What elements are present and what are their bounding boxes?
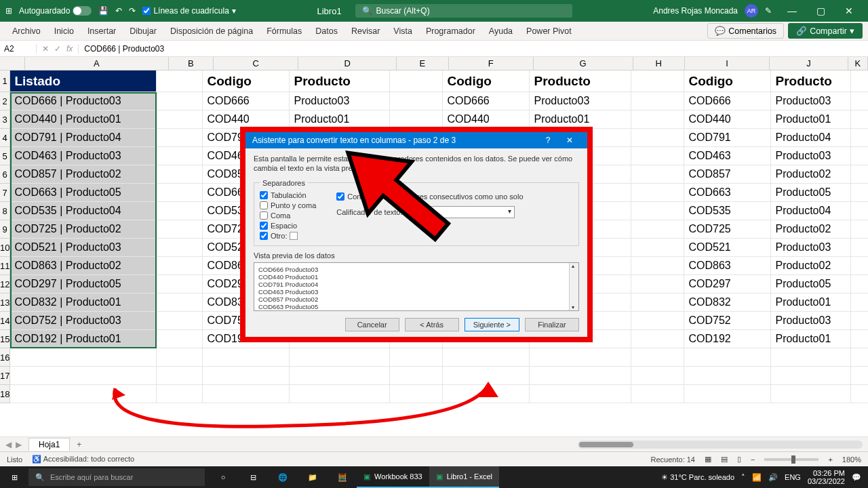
cell[interactable]: COD857 | Producto02 xyxy=(10,165,157,184)
cell[interactable]: COD725 xyxy=(684,220,771,239)
cell[interactable] xyxy=(157,239,203,257)
cell[interactable] xyxy=(390,385,443,403)
cell[interactable]: Producto xyxy=(290,70,390,92)
cell[interactable] xyxy=(631,312,684,330)
col-header[interactable]: E xyxy=(397,57,448,70)
cell[interactable] xyxy=(631,330,684,348)
cell[interactable]: COD440 xyxy=(443,110,530,129)
cell[interactable] xyxy=(631,367,684,385)
cell[interactable]: Listado xyxy=(10,70,157,92)
cell[interactable] xyxy=(631,110,684,129)
document-name[interactable]: Libro1 xyxy=(317,6,341,16)
cell[interactable] xyxy=(203,385,290,403)
cell[interactable] xyxy=(390,348,443,367)
cell[interactable] xyxy=(10,385,157,403)
cell[interactable]: Producto01 xyxy=(771,330,851,348)
row-header[interactable]: 13 xyxy=(0,293,10,312)
explorer-icon[interactable]: 📁 xyxy=(298,466,327,488)
col-header[interactable]: K xyxy=(848,57,868,70)
cell[interactable] xyxy=(157,257,203,275)
edge-icon[interactable]: 🌐 xyxy=(269,466,297,488)
cell[interactable] xyxy=(851,293,868,312)
cell[interactable] xyxy=(157,275,203,293)
row-header[interactable]: 14 xyxy=(0,312,10,330)
cell[interactable] xyxy=(157,330,203,348)
cell[interactable] xyxy=(530,348,631,367)
cell[interactable] xyxy=(390,92,443,110)
row-header[interactable]: 6 xyxy=(0,165,10,184)
notifications-icon[interactable]: 💬 xyxy=(852,473,861,482)
cell[interactable] xyxy=(157,92,203,110)
sep-other-input[interactable] xyxy=(290,232,298,240)
cell[interactable]: Producto01 xyxy=(771,293,851,312)
language-indicator[interactable]: ENG xyxy=(785,473,801,481)
search-box[interactable]: 🔍 Buscar (Alt+Q) xyxy=(355,4,572,18)
cell[interactable] xyxy=(157,385,203,403)
close-button[interactable]: ✕ xyxy=(835,3,863,19)
cell[interactable]: COD791 xyxy=(684,129,771,147)
cell[interactable]: COD752 | Producto03 xyxy=(10,312,157,330)
col-header[interactable]: H xyxy=(633,57,685,70)
cell[interactable]: Producto03 xyxy=(290,92,390,110)
cell[interactable]: Producto xyxy=(771,70,851,92)
tray-chevron-icon[interactable]: ˄ xyxy=(741,473,745,482)
cell[interactable]: Producto03 xyxy=(771,92,851,110)
cell[interactable] xyxy=(684,348,771,367)
cell[interactable] xyxy=(157,202,203,220)
row-header[interactable]: 18 xyxy=(0,385,10,403)
cell[interactable]: COD663 xyxy=(684,184,771,202)
cell[interactable] xyxy=(157,348,203,367)
cell[interactable]: Producto03 xyxy=(771,239,851,257)
cell[interactable]: COD440 xyxy=(203,110,290,129)
cell[interactable] xyxy=(10,348,157,367)
cell[interactable]: COD752 xyxy=(684,312,771,330)
horizontal-scrollbar[interactable] xyxy=(578,441,863,449)
col-header[interactable]: D xyxy=(298,57,397,70)
cell[interactable] xyxy=(631,202,684,220)
cell[interactable] xyxy=(10,367,157,385)
wifi-icon[interactable]: 📶 xyxy=(752,473,762,482)
select-all-corner[interactable] xyxy=(0,57,25,70)
cell[interactable]: COD440 | Producto01 xyxy=(10,110,157,129)
redo-icon[interactable]: ↷ xyxy=(129,6,136,16)
next-button[interactable]: Siguiente > xyxy=(465,318,519,331)
cell[interactable]: Producto01 xyxy=(530,110,631,129)
preview-scrollbar[interactable] xyxy=(569,263,578,310)
cell[interactable]: COD463 | Producto03 xyxy=(10,147,157,165)
cell[interactable]: Codigo xyxy=(443,70,530,92)
col-header[interactable]: C xyxy=(214,57,298,70)
cell[interactable]: COD863 | Producto02 xyxy=(10,257,157,275)
row-header[interactable]: 16 xyxy=(0,348,10,367)
cell[interactable] xyxy=(771,385,851,403)
cell[interactable]: COD535 | Producto04 xyxy=(10,202,157,220)
clock[interactable]: 03:26 PM 03/23/2022 xyxy=(808,469,845,485)
cell[interactable]: COD863 xyxy=(684,257,771,275)
sep-comma-checkbox[interactable]: Coma xyxy=(260,211,316,220)
cell[interactable] xyxy=(443,367,530,385)
user-name[interactable]: Andres Rojas Moncada xyxy=(653,6,738,16)
cell[interactable] xyxy=(157,184,203,202)
row-header[interactable]: 17 xyxy=(0,367,10,385)
cell[interactable]: COD666 xyxy=(443,92,530,110)
tab-formulas[interactable]: Fórmulas xyxy=(260,22,309,40)
qualifier-select[interactable] xyxy=(406,206,515,218)
maximize-button[interactable]: ▢ xyxy=(807,3,834,19)
cell[interactable] xyxy=(851,220,868,239)
cell[interactable] xyxy=(631,348,684,367)
zoom-slider[interactable] xyxy=(764,458,818,461)
cell[interactable]: COD192 | Producto01 xyxy=(10,330,157,348)
fx-icon[interactable]: fx xyxy=(66,44,73,54)
cell[interactable] xyxy=(631,385,684,403)
cell[interactable] xyxy=(851,330,868,348)
zoom-out-icon[interactable]: − xyxy=(751,455,755,464)
sheet-prev-icon[interactable]: ◀ xyxy=(5,440,12,449)
dialog-close-button[interactable]: ✕ xyxy=(559,136,580,145)
col-header[interactable]: A xyxy=(25,57,168,70)
taskbar-search[interactable]: 🔍 Escribe aquí para buscar xyxy=(28,468,205,486)
cell[interactable]: COD297 | Producto05 xyxy=(10,275,157,293)
cell[interactable] xyxy=(851,385,868,403)
tab-insertar[interactable]: Insertar xyxy=(81,22,123,40)
row-header[interactable]: 11 xyxy=(0,257,10,275)
cell[interactable]: Producto xyxy=(530,70,631,92)
cell[interactable] xyxy=(631,129,684,147)
